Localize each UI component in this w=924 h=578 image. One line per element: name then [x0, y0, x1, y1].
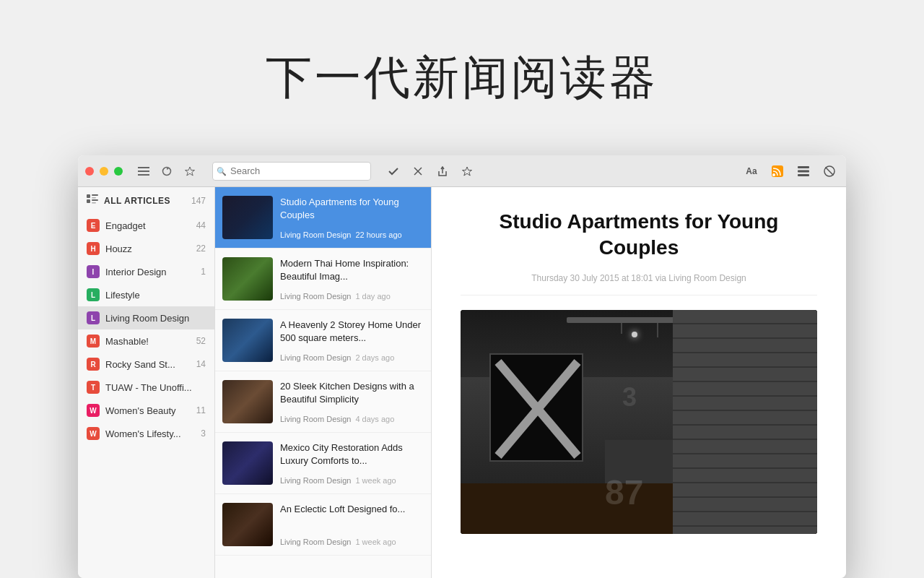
- svg-rect-21: [92, 202, 96, 204]
- sidebar-item-count-womens-beauty: 11: [196, 405, 206, 415]
- article-title-studio: Studio Apartments for Young Couples: [280, 196, 424, 222]
- content-area: ALL ARTICLES 147 EEngadget44HHouzz22IInt…: [78, 187, 846, 578]
- article-thumbnail-thai: [222, 257, 273, 301]
- sidebar-item-lifestyle[interactable]: LLifestyle: [78, 283, 214, 306]
- article-source-thai: Living Room Design: [280, 292, 351, 301]
- sidebar-item-interior-design[interactable]: IInterior Design1: [78, 260, 214, 283]
- article-meta-loft: Living Room Design1 week ago: [280, 538, 424, 546]
- svg-rect-2: [138, 174, 149, 176]
- article-item-mexico[interactable]: Mexico City Restoration Adds Luxury Comf…: [215, 433, 431, 494]
- search-icon: 🔍: [217, 166, 227, 176]
- sidebar-item-womens-beauty[interactable]: WWomen's Beauty11: [78, 399, 214, 422]
- sidebar-item-engadget[interactable]: EEngadget44: [78, 214, 214, 237]
- svg-rect-16: [87, 194, 90, 198]
- svg-rect-1: [138, 171, 149, 172]
- sidebar-item-living-room[interactable]: LLiving Room Design: [78, 306, 214, 329]
- svg-text:I: I: [92, 268, 95, 276]
- svg-text:L: L: [91, 291, 95, 299]
- sidebar-item-label-lifestyle: Lifestyle: [105, 290, 206, 301]
- article-item-thai[interactable]: Modern Thai Home Inspiration: Beautiful …: [215, 249, 431, 310]
- article-source-storey: Living Room Design: [280, 353, 351, 362]
- svg-rect-13: [798, 174, 809, 176]
- svg-text:T: T: [91, 384, 95, 392]
- article-source-mexico: Living Room Design: [280, 476, 351, 485]
- star-toggle-button[interactable]: [180, 162, 199, 181]
- article-title-thai: Modern Thai Home Inspiration: Beautiful …: [280, 257, 424, 283]
- article-item-storey[interactable]: A Heavenly 2 Storey Home Under 500 squar…: [215, 310, 431, 371]
- article-item-studio[interactable]: Studio Apartments for Young CouplesLivin…: [215, 187, 431, 249]
- all-articles-count: 147: [191, 196, 206, 206]
- article-source-loft: Living Room Design: [280, 538, 351, 546]
- article-item-kitchen[interactable]: 20 Sleek Kitchen Designs with a Beautifu…: [215, 371, 431, 433]
- svg-rect-18: [92, 197, 96, 199]
- sidebar-item-icon-living-room: L: [87, 311, 100, 324]
- svg-point-10: [772, 173, 775, 176]
- article-item-loft[interactable]: An Eclectic Loft Designed fo...Living Ro…: [215, 494, 431, 556]
- sidebar-item-houzz[interactable]: HHouzz22: [78, 237, 214, 260]
- article-thumbnail-mexico: [222, 441, 273, 485]
- svg-line-15: [826, 167, 834, 175]
- sidebar-item-tuaw[interactable]: TTUAW - The Unoffi...: [78, 376, 214, 399]
- traffic-light-fullscreen[interactable]: [114, 167, 123, 176]
- svg-rect-11: [798, 166, 809, 168]
- check-button[interactable]: [384, 162, 403, 181]
- article-info-thai: Modern Thai Home Inspiration: Beautiful …: [280, 257, 424, 301]
- sidebar-items-container: EEngadget44HHouzz22IInterior Design1LLif…: [78, 214, 214, 445]
- traffic-light-close[interactable]: [85, 167, 94, 176]
- block-button[interactable]: [820, 162, 839, 181]
- sidebar-item-label-tuaw: TUAW - The Unoffi...: [105, 382, 206, 393]
- all-articles-header[interactable]: ALL ARTICLES 147: [78, 187, 214, 214]
- detail-meta: Thursday 30 July 2015 at 18:01 via Livin…: [461, 273, 817, 296]
- sidebar-item-mashable[interactable]: MMashable!52: [78, 329, 214, 353]
- sidebar-item-label-womens-beauty: Women's Beauty: [105, 405, 191, 416]
- rss-button[interactable]: [768, 162, 787, 181]
- sidebar: ALL ARTICLES 147 EEngadget44HHouzz22IInt…: [78, 187, 215, 578]
- article-detail: Studio Apartments for Young Couples Thur…: [432, 187, 846, 578]
- share-button[interactable]: [433, 162, 452, 181]
- article-meta-mexico: Living Room Design1 week ago: [280, 476, 424, 485]
- svg-marker-4: [186, 167, 195, 176]
- sidebar-item-label-mashable: Mashable!: [105, 336, 191, 347]
- hero-title: 下一代新闻阅读器: [266, 46, 658, 109]
- article-source-kitchen: Living Room Design: [280, 415, 351, 423]
- close-article-button[interactable]: [409, 162, 427, 181]
- list-view-button[interactable]: [794, 162, 813, 181]
- traffic-light-minimize[interactable]: [100, 167, 108, 176]
- article-info-storey: A Heavenly 2 Storey Home Under 500 squar…: [280, 319, 424, 362]
- sidebar-item-label-houzz: Houzz: [105, 243, 191, 254]
- search-input[interactable]: [212, 162, 371, 181]
- svg-rect-19: [87, 199, 90, 203]
- favorite-button[interactable]: [458, 162, 476, 181]
- sidebar-item-label-interior-design: Interior Design: [105, 267, 195, 277]
- svg-marker-8: [463, 167, 472, 176]
- article-thumbnail-kitchen: [222, 380, 273, 423]
- sidebar-item-count-womens-lifestyle: 3: [201, 428, 206, 439]
- sidebar-item-icon-womens-beauty: W: [87, 404, 100, 417]
- hero-area: 下一代新闻阅读器: [0, 0, 924, 155]
- article-info-kitchen: 20 Sleek Kitchen Designs with a Beautifu…: [280, 380, 424, 423]
- svg-rect-12: [798, 170, 809, 172]
- sidebar-item-womens-lifestyle[interactable]: WWomen's Lifesty...3: [78, 422, 214, 445]
- article-thumbnail-loft: [222, 503, 273, 546]
- refresh-button[interactable]: [157, 162, 176, 181]
- article-title-storey: A Heavenly 2 Storey Home Under 500 squar…: [280, 319, 424, 345]
- svg-rect-17: [92, 194, 98, 196]
- sidebar-item-rocky[interactable]: RRocky Sand St...14: [78, 353, 214, 376]
- article-info-loft: An Eclectic Loft Designed fo...Living Ro…: [280, 503, 424, 546]
- article-time-thai: 1 day ago: [355, 292, 390, 301]
- sidebar-item-count-interior-design: 1: [201, 267, 206, 277]
- article-meta-kitchen: Living Room Design4 days ago: [280, 415, 424, 423]
- sidebar-item-count-rocky: 14: [196, 359, 206, 369]
- article-thumbnail-studio: [222, 196, 273, 239]
- sidebar-toggle-button[interactable]: [134, 162, 153, 181]
- font-size-button[interactable]: Aa: [742, 162, 761, 181]
- sidebar-item-label-living-room: Living Room Design: [105, 313, 206, 324]
- article-title-kitchen: 20 Sleek Kitchen Designs with a Beautifu…: [280, 380, 424, 406]
- sidebar-item-icon-lifestyle: L: [87, 288, 100, 301]
- svg-text:W: W: [90, 407, 97, 415]
- article-title-loft: An Eclectic Loft Designed fo...: [280, 503, 424, 516]
- article-thumbnail-storey: [222, 319, 273, 362]
- search-wrap: 🔍: [212, 162, 371, 181]
- sidebar-item-count-houzz: 22: [196, 243, 206, 254]
- sidebar-item-icon-mashable: M: [87, 335, 100, 348]
